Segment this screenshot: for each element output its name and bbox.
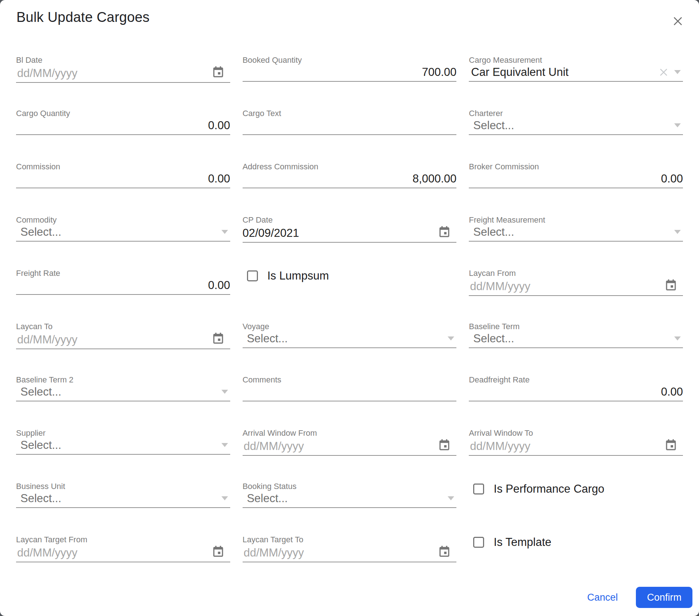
supplier-value: Select... [16,439,61,451]
laycan-to-input[interactable]: dd/MM/yyyy [16,331,230,349]
booking-status-input[interactable]: Select... [243,491,457,508]
is-template-label: Is Template [494,536,551,549]
business-unit-input[interactable]: Select... [16,491,230,508]
chevron-down-icon[interactable] [448,496,454,500]
address-commission-label: Address Commission [243,162,457,172]
booking-status-value: Select... [243,492,288,505]
field-laycan-target-from: Laycan Target Fromdd/MM/yyyy [16,535,230,561]
laycan-target-to-input[interactable]: dd/MM/yyyy [243,544,457,562]
cargo-measurement-value: Car Equivalent Unit [469,66,568,78]
is-lumpsum-checkbox[interactable]: Is Lumpsum [247,269,457,282]
chevron-down-icon[interactable] [674,123,681,127]
baseline-term-input[interactable]: Select... [469,331,683,348]
field-deadfreight-rate: Deadfreight Rate0.00 [469,375,683,401]
checkbox-unchecked-icon[interactable] [473,537,484,548]
dialog-actions: Cancel Confirm [586,587,692,608]
cp-date-calendar-button[interactable] [437,225,451,239]
bl-date-label: Bl Date [16,55,230,65]
cargo-measurement-clear-button[interactable] [658,67,669,78]
business-unit-value: Select... [16,492,61,505]
laycan-from-calendar-button[interactable] [664,278,678,292]
arrival-window-to-label: Arrival Window To [469,428,683,438]
commission-value: 0.00 [208,173,230,185]
calendar-icon [211,331,225,345]
calendar-icon [437,544,451,558]
chevron-down-icon[interactable] [221,443,228,447]
field-bl-date: Bl Datedd/MM/yyyy [16,55,230,82]
broker-commission-label: Broker Commission [469,162,683,172]
field-freight-measurement: Freight MeasurementSelect... [469,215,683,242]
chevron-down-icon[interactable] [221,390,228,394]
baseline-term-2-input[interactable]: Select... [16,385,230,401]
booked-quantity-value: 700.00 [422,66,457,78]
address-commission-input[interactable]: 8,000.00 [243,172,457,188]
arrival-window-from-input[interactable]: dd/MM/yyyy [243,438,457,456]
chevron-down-icon[interactable] [674,336,681,340]
laycan-from-input[interactable]: dd/MM/yyyy [469,278,683,296]
comments-input[interactable] [243,385,457,401]
booking-status-label: Booking Status [243,482,457,491]
is-template-checkbox[interactable]: Is Template [473,536,683,549]
commodity-value: Select... [16,226,61,238]
clear-icon [658,67,669,78]
charterer-input[interactable]: Select... [469,118,683,135]
confirm-button[interactable]: Confirm [636,587,692,608]
chevron-down-icon[interactable] [448,336,454,340]
broker-commission-value: 0.00 [661,173,683,185]
arrival-window-to-value: dd/MM/yyyy [469,440,530,453]
freight-measurement-input[interactable]: Select... [469,225,683,242]
checkbox-unchecked-icon[interactable] [473,484,484,494]
arrival-window-from-value: dd/MM/yyyy [243,440,304,453]
calendar-icon [211,544,225,558]
cargo-quantity-input[interactable]: 0.00 [16,118,230,135]
laycan-to-label: Laycan To [16,322,230,331]
field-business-unit: Business UnitSelect... [16,482,230,508]
calendar-icon [664,278,678,292]
laycan-target-from-calendar-button[interactable] [211,544,225,558]
cargo-measurement-input[interactable]: Car Equivalent Unit [469,65,683,82]
bulk-update-form: Bl Datedd/MM/yyyyBooked Quantity700.00Ca… [16,55,683,561]
cp-date-input[interactable]: 02/09/2021 [243,225,457,243]
field-booking-status: Booking StatusSelect... [243,482,457,508]
field-commodity: CommoditySelect... [16,215,230,242]
voyage-input[interactable]: Select... [243,331,457,348]
bl-date-calendar-button[interactable] [211,65,225,79]
cargo-text-input[interactable] [243,118,457,135]
cargo-measurement-label: Cargo Measurement [469,55,683,65]
deadfreight-rate-input[interactable]: 0.00 [469,385,683,401]
chevron-down-icon[interactable] [674,230,681,234]
close-icon [672,15,684,27]
broker-commission-input[interactable]: 0.00 [469,172,683,188]
chevron-down-icon[interactable] [221,230,228,234]
checkbox-unchecked-icon[interactable] [247,270,258,281]
field-cargo-quantity: Cargo Quantity0.00 [16,109,230,135]
freight-rate-input[interactable]: 0.00 [16,278,230,295]
arrival-window-to-input[interactable]: dd/MM/yyyy [469,438,683,456]
booked-quantity-label: Booked Quantity [243,55,457,65]
laycan-from-label: Laycan From [469,269,683,278]
bl-date-value: dd/MM/yyyy [16,67,77,80]
laycan-target-to-calendar-button[interactable] [437,544,451,558]
calendar-icon [664,438,678,452]
chevron-down-icon[interactable] [221,496,228,500]
cancel-button[interactable]: Cancel [586,592,619,603]
commission-input[interactable]: 0.00 [16,172,230,188]
booked-quantity-input[interactable]: 700.00 [243,65,457,82]
baseline-term-2-value: Select... [16,386,61,398]
dialog-title: Bulk Update Cargoes [16,9,150,25]
bl-date-input[interactable]: dd/MM/yyyy [16,65,230,83]
chevron-down-icon[interactable] [674,70,681,74]
is-performance-cargo-checkbox[interactable]: Is Performance Cargo [473,482,683,496]
field-cp-date: CP Date02/09/2021 [243,215,457,242]
commodity-input[interactable]: Select... [16,225,230,242]
arrival-window-from-calendar-button[interactable] [437,438,451,452]
close-button[interactable] [671,14,685,28]
cp-date-label: CP Date [243,215,457,225]
laycan-to-calendar-button[interactable] [211,331,225,345]
supplier-input[interactable]: Select... [16,438,230,455]
business-unit-label: Business Unit [16,482,230,491]
laycan-target-from-input[interactable]: dd/MM/yyyy [16,544,230,562]
baseline-term-value: Select... [469,332,514,345]
arrival-window-to-calendar-button[interactable] [664,438,678,452]
cp-date-value: 02/09/2021 [243,227,299,239]
